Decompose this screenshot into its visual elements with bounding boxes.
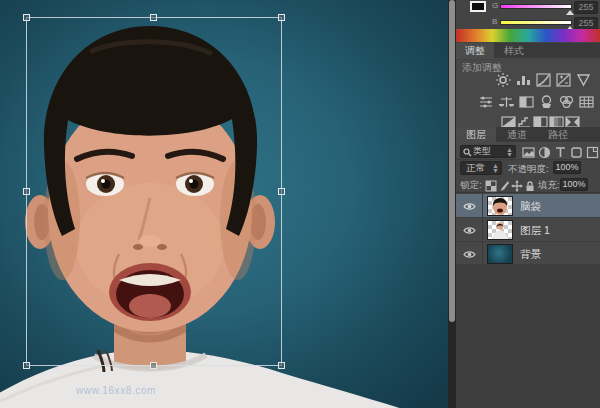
tab-channels[interactable]: 通道: [497, 127, 537, 143]
vibrance-icon[interactable]: [575, 73, 592, 87]
photo-filter-icon[interactable]: [538, 95, 555, 109]
layer-name[interactable]: 图层 1: [520, 224, 550, 238]
transform-handle-middle-right[interactable]: [278, 188, 285, 195]
layer-row-layer1[interactable]: 图层 1: [456, 218, 600, 242]
opacity-label: 不透明度:: [508, 163, 549, 176]
color-balance-icon[interactable]: [498, 95, 515, 109]
visibility-toggle[interactable]: [456, 242, 483, 266]
filter-smart-objects-icon[interactable]: [586, 145, 600, 158]
green-value-box[interactable]: 255: [574, 1, 598, 14]
exposure-icon[interactable]: [555, 73, 572, 87]
transform-handle-bottom-right[interactable]: [278, 362, 285, 369]
levels-icon[interactable]: [515, 73, 532, 87]
color-lookup-icon[interactable]: [578, 95, 595, 109]
eye-icon: [463, 250, 476, 259]
layers-tabbar: 图层 通道 路径: [456, 127, 600, 143]
layer-name[interactable]: 背景: [520, 248, 541, 262]
brightness-contrast-icon[interactable]: [495, 73, 512, 87]
blend-opacity-row: 正常 ▲▼ 不透明度: 100%: [456, 160, 600, 177]
transform-handle-top-middle[interactable]: [150, 14, 157, 21]
tab-styles[interactable]: 样式: [495, 43, 533, 59]
layers-panel-empty-area: [456, 264, 600, 408]
fill-label: 填充:: [538, 179, 560, 192]
adjustments-panel: 添加调整: [456, 60, 600, 127]
transform-bounding-box[interactable]: [26, 17, 282, 366]
filter-type-layers-icon[interactable]: [554, 145, 568, 158]
filter-kind-dropdown[interactable]: 类型 ▲▼: [460, 145, 516, 158]
lock-fill-row: 锁定: 填充: 100%: [456, 177, 600, 193]
curves-icon[interactable]: [535, 73, 552, 87]
visibility-toggle[interactable]: [456, 218, 483, 242]
panel-scrollbar-track[interactable]: [448, 0, 456, 408]
blue-slider-label: B: [492, 17, 500, 26]
panel-scrollbar-thumb[interactable]: [449, 0, 455, 322]
lock-label: 锁定:: [460, 179, 482, 192]
black-white-icon[interactable]: [518, 95, 535, 109]
layer-name[interactable]: 脑袋: [520, 200, 541, 214]
green-slider-label: G: [492, 1, 500, 10]
foreground-color-swatch[interactable]: [470, 1, 486, 12]
transform-handle-middle-left[interactable]: [23, 188, 30, 195]
layer-thumbnail-body[interactable]: [487, 220, 513, 240]
document-canvas[interactable]: www.16xx8.com: [0, 0, 448, 408]
filter-shape-layers-icon[interactable]: [570, 145, 584, 158]
lock-all-padlock-icon[interactable]: [524, 178, 537, 190]
blend-mode-dropdown[interactable]: 正常 ▲▼: [460, 161, 502, 175]
search-icon: [463, 148, 472, 157]
layer-thumbnail-background[interactable]: [487, 244, 513, 264]
transform-handle-top-left[interactable]: [23, 14, 30, 21]
blue-color-slider[interactable]: [500, 20, 572, 25]
filter-pixel-layers-icon[interactable]: [522, 145, 536, 158]
chevron-updown-icon: ▲▼: [492, 163, 499, 173]
transform-handle-top-right[interactable]: [278, 14, 285, 21]
visibility-toggle[interactable]: [456, 194, 483, 218]
lock-transparent-pixels-icon[interactable]: [485, 178, 498, 190]
green-slider-marker[interactable]: [566, 10, 574, 15]
layer-row-head[interactable]: 脑袋: [456, 194, 600, 218]
tab-paths[interactable]: 路径: [538, 127, 578, 143]
color-panel: G 255 B 255: [456, 0, 600, 43]
filter-adjustment-layers-icon[interactable]: [538, 145, 552, 158]
eye-icon: [463, 202, 476, 211]
filter-kind-label: 类型: [473, 146, 491, 156]
watermark-text: www.16xx8.com: [76, 385, 156, 396]
layer-thumbnail-head[interactable]: [487, 196, 513, 216]
tab-layers[interactable]: 图层: [456, 127, 496, 143]
color-spectrum-ramp[interactable]: [456, 29, 600, 42]
layer-row-background[interactable]: 背景: [456, 242, 600, 266]
lock-position-move-icon[interactable]: [511, 178, 524, 190]
layer-filter-row: 类型 ▲▼: [456, 143, 600, 160]
lock-image-pixels-brush-icon[interactable]: [498, 178, 511, 190]
channel-mixer-icon[interactable]: [558, 95, 575, 109]
opacity-value-box[interactable]: 100%: [553, 161, 581, 174]
hue-saturation-icon[interactable]: [478, 95, 495, 109]
panel-dock: G 255 B 255 调整 样式 添加调整: [456, 0, 600, 408]
chevron-updown-icon: ▲▼: [506, 147, 513, 157]
photoshop-window: www.16xx8.com G 255 B: [0, 0, 600, 408]
tab-adjustments[interactable]: 调整: [456, 43, 494, 59]
green-color-slider[interactable]: [500, 4, 572, 9]
fill-value-box[interactable]: 100%: [560, 178, 588, 191]
blend-mode-value: 正常: [466, 162, 485, 173]
eye-icon: [463, 226, 476, 235]
adjustments-tabbar: 调整 样式: [456, 43, 600, 59]
transform-handle-bottom-middle[interactable]: [150, 362, 157, 369]
transform-handle-bottom-left[interactable]: [23, 362, 30, 369]
